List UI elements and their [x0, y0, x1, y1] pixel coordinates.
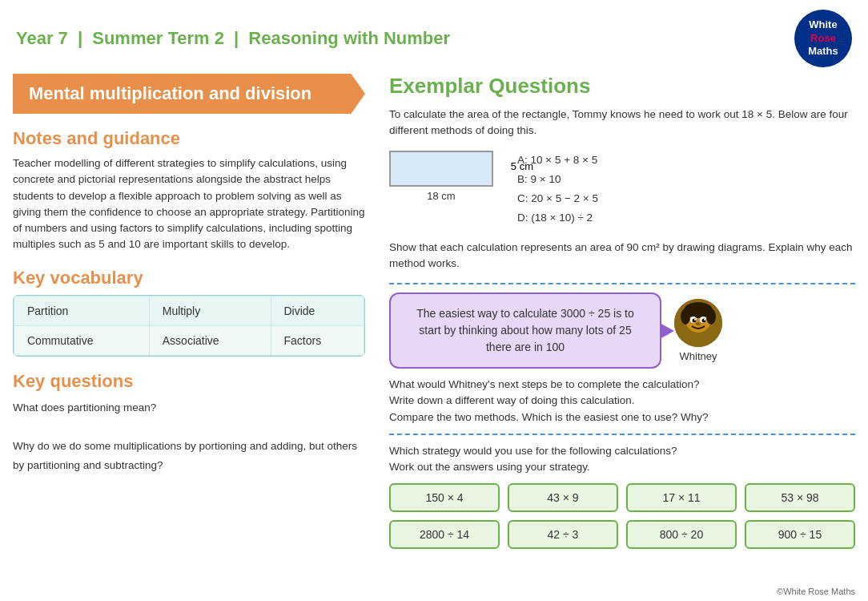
left-column: Mental multiplication and division Notes… [13, 74, 381, 557]
whitney-avatar [674, 299, 722, 347]
svg-point-7 [693, 319, 697, 323]
whitney-question: Write down a different way of doing this… [389, 393, 855, 409]
vocab-cell: Divide [271, 296, 364, 325]
vocab-cell: Associative [149, 325, 271, 355]
method-item: D: (18 × 10) ÷ 2 [517, 208, 598, 228]
svg-point-11 [696, 322, 701, 325]
method-item: B: 9 × 10 [517, 170, 598, 189]
wrm-logo: White Rose Maths [794, 10, 852, 67]
vocab-cell: Commutative [14, 325, 150, 355]
copyright: ©White Rose Maths [777, 587, 855, 596]
calc-box[interactable]: 17 × 11 [626, 483, 737, 512]
rect-bottom-label: 18 cm [427, 190, 455, 202]
calc-box[interactable]: 2800 ÷ 14 [389, 520, 500, 549]
whitney-name: Whitney [680, 350, 717, 362]
vocab-cell: Partition [14, 296, 150, 325]
exemplar-heading: Exemplar Questions [389, 74, 855, 99]
exemplar-intro: To calculate the area of the rectangle, … [389, 107, 855, 139]
divider2: | [234, 28, 239, 48]
vocab-cell: Multiply [149, 296, 271, 325]
divider1: | [78, 28, 82, 48]
svg-point-4 [706, 309, 716, 325]
calc-box[interactable]: 53 × 98 [745, 483, 855, 512]
calc-box[interactable]: 43 × 9 [508, 483, 618, 512]
topic-label: Reasoning with Number [248, 28, 450, 48]
calc-box[interactable]: 42 ÷ 3 [508, 520, 618, 549]
notes-heading: Notes and guidance [13, 128, 365, 149]
year-label: Year 7 [16, 28, 68, 48]
svg-point-10 [704, 319, 705, 321]
calc-box[interactable]: 800 ÷ 20 [626, 520, 737, 549]
questions-heading: Key questions [13, 371, 365, 392]
rect-right-label: 5 cm [511, 160, 533, 172]
term-label: Summer Term 2 [92, 28, 224, 48]
dashed-separator-1 [389, 283, 855, 284]
logo-rose: Rose [810, 32, 836, 46]
rectangle-diagram: 5 cm 18 cm [389, 151, 493, 202]
svg-point-9 [694, 319, 696, 321]
whitney-figure: Whitney [674, 299, 722, 362]
whitney-question: What would Whitney's next steps be to co… [389, 377, 855, 393]
page-header: Year 7 | Summer Term 2 | Reasoning with … [0, 0, 868, 74]
whitney-questions: What would Whitney's next steps be to co… [389, 377, 855, 426]
key-questions-text: What does partitioning mean? Why do we d… [13, 398, 365, 476]
svg-point-8 [702, 319, 706, 323]
show-text: Show that each calculation represents an… [389, 240, 855, 272]
method-item: C: 20 × 5 − 2 × 5 [517, 189, 598, 208]
whitney-area: The easiest way to calculate 3000 ÷ 25 i… [389, 292, 855, 369]
vocab-heading: Key vocabulary [13, 268, 365, 288]
dashed-separator-2 [389, 434, 855, 435]
topic-banner: Mental multiplication and division [13, 74, 365, 114]
question2: Why do we do some multiplications by por… [13, 437, 365, 476]
calc-row-1: 150 × 443 × 917 × 1153 × 98 [389, 483, 855, 512]
which-strategy-text: Which strategy would you use for the fol… [389, 443, 855, 476]
vocab-cell: Factors [271, 325, 364, 355]
logo-white: White [809, 18, 837, 32]
svg-point-3 [681, 309, 690, 325]
calc-box[interactable]: 900 ÷ 15 [745, 520, 855, 549]
header-title: Year 7 | Summer Term 2 | Reasoning with … [16, 28, 450, 49]
right-column: Exemplar Questions To calculate the area… [381, 74, 855, 557]
rectangle-shape [389, 151, 493, 187]
calc-box[interactable]: 150 × 4 [389, 483, 500, 512]
vocab-table: PartitionMultiplyDivideCommutativeAssoci… [13, 295, 365, 357]
main-content: Mental multiplication and division Notes… [0, 74, 868, 565]
speech-bubble: The easiest way to calculate 3000 ÷ 25 i… [389, 292, 661, 369]
banner-title: Mental multiplication and division [29, 83, 333, 104]
calc-row-2: 2800 ÷ 1442 ÷ 3800 ÷ 20900 ÷ 15 [389, 520, 855, 549]
notes-text: Teacher modelling of different strategie… [13, 155, 365, 253]
diagram-area: 5 cm 18 cm A: 10 × 5 + 8 × 5B: 9 × 10C: … [389, 151, 855, 228]
logo-maths: Maths [808, 45, 838, 58]
whitney-question: Compare the two methods. Which is the ea… [389, 409, 855, 426]
question1: What does partitioning mean? [13, 398, 365, 417]
